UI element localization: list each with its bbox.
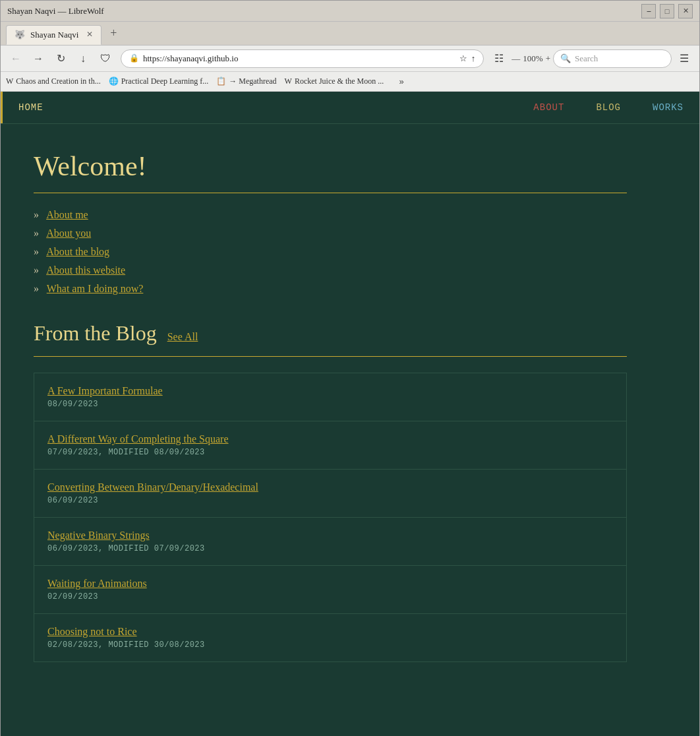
- search-icon: 🔍: [560, 53, 571, 64]
- zoom-percent: 100%: [523, 53, 542, 64]
- window-title: Shayan Naqvi — LibreWolf: [7, 6, 636, 16]
- blog-date-4: 02/09/2023: [47, 592, 613, 601]
- nav-item-about[interactable]: ABOUT: [517, 92, 580, 123]
- nav-item-home[interactable]: HOME: [1, 92, 59, 123]
- blog-date-2: 06/09/2023: [47, 496, 613, 505]
- link-doing-now[interactable]: What am I doing now?: [47, 283, 144, 294]
- blog-section-title: From the Blog See All: [34, 321, 627, 346]
- title-bar: Shayan Naqvi — LibreWolf ‒ □ ✕: [1, 1, 699, 22]
- blog-title-1[interactable]: A Different Way of Completing the Square: [47, 433, 613, 445]
- nav-item-works[interactable]: WORKS: [637, 92, 699, 123]
- bookmark-icon-2: 📋: [216, 77, 226, 86]
- link-about-me[interactable]: About me: [46, 209, 88, 220]
- bookmark-item-3[interactable]: W Rocket Juice & the Moon ...: [285, 77, 384, 86]
- minimize-button[interactable]: ‒: [641, 4, 656, 18]
- link-about-website[interactable]: About this website: [46, 264, 125, 276]
- site-nav: HOME ABOUT BLOG WORKS: [1, 92, 699, 124]
- site-content: HOME ABOUT BLOG WORKS Welcome! About me …: [1, 92, 699, 736]
- bookmark-label-0: Chaos and Creation in th...: [16, 77, 100, 86]
- nav-spacer: [59, 92, 518, 123]
- nav-bar: ← → ↻ ↓ 🛡 🔒 https://shayanaqvi.github.io…: [1, 46, 699, 72]
- address-url: https://shayanaqvi.github.io: [143, 53, 455, 64]
- tab-close-button[interactable]: ✕: [86, 30, 93, 40]
- browser-window: Shayan Naqvi — LibreWolf ‒ □ ✕ 🐺 Shayan …: [0, 0, 700, 736]
- address-bar[interactable]: 🔒 https://shayanaqvi.github.io ☆ ↑: [121, 49, 484, 68]
- reload-button[interactable]: ↻: [51, 49, 71, 69]
- zoom-plus[interactable]: +: [546, 53, 550, 64]
- close-button[interactable]: ✕: [678, 4, 693, 18]
- blog-item-1[interactable]: A Different Way of Completing the Square…: [34, 421, 626, 470]
- bookmark-star-icon[interactable]: ☆: [459, 53, 467, 64]
- bookmark-icon-3: W: [285, 77, 292, 86]
- forward-button[interactable]: →: [28, 49, 48, 69]
- reader-mode-icon[interactable]: ☷: [489, 49, 509, 69]
- blog-date-1: 07/09/2023, modified 08/09/2023: [47, 448, 613, 457]
- blog-title-5[interactable]: Choosing not to Rice: [47, 626, 613, 638]
- blog-title-4[interactable]: Waiting for Animations: [47, 578, 613, 590]
- window-controls: ‒ □ ✕: [641, 4, 693, 18]
- bookmark-icon-0: W: [6, 77, 13, 86]
- main-content: Welcome! About me About you About the bl…: [1, 124, 660, 689]
- bookmarks-bar: W Chaos and Creation in th... 🌐 Practica…: [1, 72, 699, 92]
- link-about-blog[interactable]: About the blog: [46, 246, 109, 257]
- bookmark-item-1[interactable]: 🌐 Practical Deep Learning f...: [109, 77, 209, 86]
- bookmark-item-0[interactable]: W Chaos and Creation in th...: [6, 77, 101, 86]
- menu-button[interactable]: ☰: [674, 49, 694, 69]
- blog-item-5[interactable]: Choosing not to Rice 02/08/2023, modifie…: [34, 614, 626, 661]
- blog-date-3: 06/09/2023, modified 07/09/2023: [47, 544, 613, 553]
- blog-date-5: 02/08/2023, modified 30/08/2023: [47, 640, 613, 650]
- back-button[interactable]: ←: [6, 49, 26, 69]
- link-about-you[interactable]: About you: [46, 228, 91, 239]
- page-title: Welcome!: [34, 150, 627, 182]
- share-icon[interactable]: ↑: [471, 53, 476, 64]
- bookmark-label-2: → Megathread: [229, 77, 276, 86]
- list-item-3: About this website: [34, 264, 627, 276]
- bookmark-item-2[interactable]: 📋 → Megathread: [216, 77, 276, 86]
- search-placeholder: Search: [575, 53, 598, 64]
- blog-list: A Few Important Formulae 08/09/2023 A Di…: [34, 373, 627, 662]
- see-all-link[interactable]: See All: [167, 331, 198, 343]
- blog-title-2[interactable]: Converting Between Binary/Denary/Hexadec…: [47, 481, 613, 493]
- list-item-2: About the blog: [34, 246, 627, 258]
- restore-button[interactable]: □: [660, 4, 674, 18]
- tab-bar: 🐺 Shayan Naqvi ✕ +: [1, 22, 699, 46]
- lock-icon: 🔒: [129, 53, 139, 63]
- title-divider: [34, 193, 627, 193]
- download-button[interactable]: ↓: [73, 49, 93, 69]
- search-bar[interactable]: 🔍 Search: [553, 49, 672, 68]
- bookmark-icon-1: 🌐: [109, 77, 119, 86]
- blog-item-3[interactable]: Negative Binary Strings 06/09/2023, modi…: [34, 518, 626, 566]
- blog-item-0[interactable]: A Few Important Formulae 08/09/2023: [34, 373, 626, 421]
- from-the-blog-label: From the Blog: [34, 321, 157, 346]
- shield-button[interactable]: 🛡: [96, 49, 115, 69]
- bookmarks-more-button[interactable]: »: [392, 72, 411, 92]
- bookmark-label-1: Practical Deep Learning f...: [121, 77, 209, 86]
- zoom-level: —: [511, 53, 520, 64]
- blog-title-3[interactable]: Negative Binary Strings: [47, 530, 613, 541]
- blog-item-4[interactable]: Waiting for Animations 02/09/2023: [34, 566, 626, 614]
- new-tab-button[interactable]: +: [104, 24, 123, 43]
- bookmark-label-3: Rocket Juice & the Moon ...: [295, 77, 384, 86]
- nav-right: ☷ — 100% + 🔍 Search ☰: [489, 49, 694, 69]
- blog-divider: [34, 356, 627, 357]
- list-item-0: About me: [34, 209, 627, 221]
- list-item-1: About you: [34, 228, 627, 239]
- tab-label: Shayan Naqvi: [30, 30, 78, 40]
- blog-date-0: 08/09/2023: [47, 400, 613, 409]
- link-list: About me About you About the blog About …: [34, 209, 627, 295]
- tab-icon: 🐺: [15, 30, 25, 40]
- list-item-4: What am I doing now?: [34, 283, 627, 295]
- active-tab[interactable]: 🐺 Shayan Naqvi ✕: [6, 25, 102, 45]
- nav-item-blog[interactable]: BLOG: [580, 92, 637, 123]
- blog-title-0[interactable]: A Few Important Formulae: [47, 385, 613, 397]
- blog-item-2[interactable]: Converting Between Binary/Denary/Hexadec…: [34, 470, 626, 518]
